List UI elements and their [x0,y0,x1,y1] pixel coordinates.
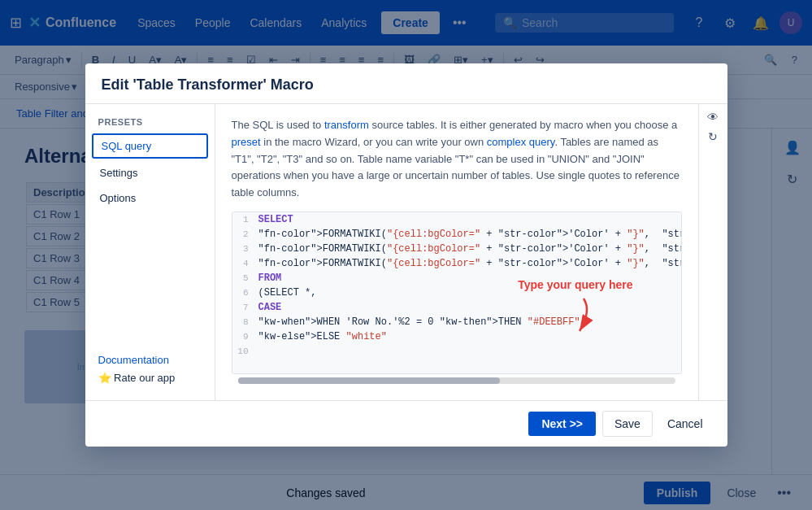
next-button[interactable]: Next >> [528,412,596,436]
modal-description: The SQL is used to transform source tabl… [232,117,682,202]
modal-body: Presets SQL query Settings Options Docum… [85,104,727,400]
cancel-button[interactable]: Cancel [659,412,711,436]
code-editor[interactable]: 1SELECT2"fn-color">FORMATWIKI("{cell:bgC… [232,211,682,374]
modal-nav-settings[interactable]: Settings [92,162,208,184]
modal-refresh-icon[interactable]: ↻ [708,130,718,143]
save-button[interactable]: Save [602,411,653,437]
modal-overlay: Edit 'Table Transformer' Macro Presets S… [0,0,812,510]
code-line: 1SELECT [232,212,681,227]
modal-dialog: Edit 'Table Transformer' Macro Presets S… [85,63,727,447]
modal-eye-icon[interactable]: 👁 [707,111,719,124]
modal-main-content: The SQL is used to transform source tabl… [215,104,698,400]
modal-sidebar: Presets SQL query Settings Options Docum… [85,104,215,400]
code-line: 10 [232,344,681,359]
code-line: 4"fn-color">FORMATWIKI("{cell:bgColor=" … [232,256,681,271]
modal-sidebar-title: Presets [92,114,208,130]
rate-app-link[interactable]: ⭐ Rate our app [98,372,176,384]
code-scrollbar-thumb [238,377,501,384]
code-line: 9"kw-else">ELSE "white" [232,329,681,344]
modal-title: Edit 'Table Transformer' Macro [102,76,711,94]
modal-footer: Next >> Save Cancel [85,400,727,447]
documentation-link[interactable]: Documentation [98,354,202,366]
transform-link[interactable]: transform [324,119,369,131]
code-line: 7CASE [232,300,681,315]
preset-link[interactable]: preset [232,136,261,148]
complex-query-link[interactable]: complex query [487,136,555,148]
code-line: 6(SELECT *, [232,286,681,300]
code-line: 3"fn-color">FORMATWIKI("{cell:bgColor=" … [232,242,681,256]
code-line: 5FROM [232,271,681,286]
code-line: 8"kw-when">WHEN 'Row No.'%2 = 0 "kw-then… [232,315,681,329]
modal-sidebar-bottom: Documentation ⭐ Rate our app [92,347,208,390]
code-line: 2"fn-color">FORMATWIKI("{cell:bgColor=" … [232,227,681,242]
modal-nav-options[interactable]: Options [92,187,208,209]
modal-nav-sql-query[interactable]: SQL query [92,133,208,159]
code-scrollbar[interactable] [238,377,675,384]
modal-side-icons: 👁 ↻ [698,104,727,400]
modal-header: Edit 'Table Transformer' Macro [85,63,727,104]
